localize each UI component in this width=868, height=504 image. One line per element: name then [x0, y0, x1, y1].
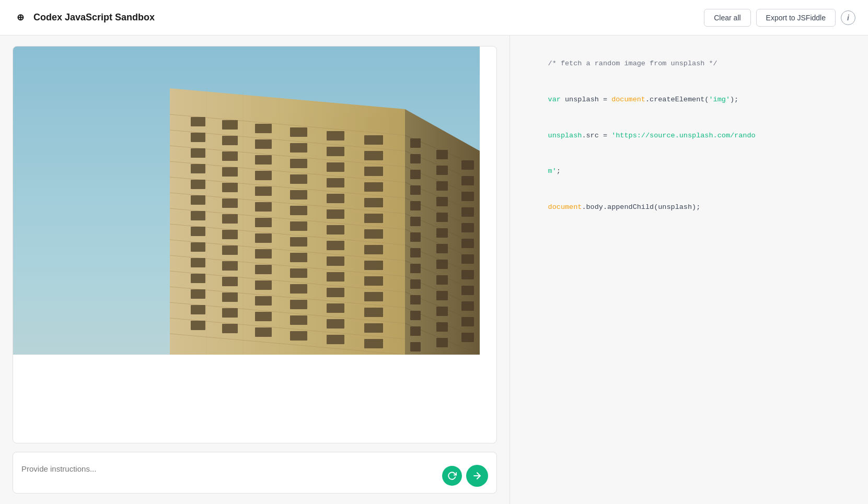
export-jsfiddle-button[interactable]: Export to JSFiddle [756, 9, 836, 27]
svg-rect-120 [410, 201, 421, 210]
svg-rect-77 [327, 162, 344, 172]
svg-rect-145 [461, 192, 474, 201]
instruction-input[interactable] [21, 463, 436, 487]
code-comment-line: /* fetch a random image from unsplash */ [548, 60, 717, 67]
svg-rect-151 [461, 286, 474, 295]
svg-rect-49 [255, 155, 272, 165]
svg-rect-137 [436, 260, 448, 269]
svg-rect-39 [222, 214, 238, 224]
svg-rect-68 [290, 237, 307, 247]
svg-rect-87 [327, 319, 344, 329]
preview-area[interactable] [13, 46, 497, 443]
svg-rect-93 [364, 198, 383, 207]
svg-rect-96 [364, 245, 383, 254]
svg-rect-128 [410, 326, 421, 336]
svg-rect-58 [255, 296, 272, 306]
svg-rect-46 [222, 324, 238, 333]
svg-rect-130 [436, 150, 448, 159]
svg-rect-140 [436, 307, 448, 316]
svg-rect-20 [191, 133, 205, 142]
svg-rect-152 [461, 301, 474, 311]
svg-rect-66 [290, 206, 307, 215]
regenerate-icon [447, 471, 457, 480]
code-appendchild: .body.appendChild(unsplash); [582, 203, 700, 211]
svg-rect-101 [364, 323, 383, 333]
svg-rect-62 [290, 143, 307, 153]
code-document-ref2: document [548, 203, 582, 211]
svg-rect-135 [436, 228, 448, 238]
code-block: /* fetch a random image from unsplash */… [523, 46, 855, 226]
svg-rect-134 [436, 213, 448, 222]
svg-rect-80 [327, 209, 344, 219]
svg-rect-91 [364, 167, 383, 176]
code-document-ref: document [611, 96, 645, 103]
svg-rect-138 [436, 275, 448, 285]
svg-rect-29 [191, 274, 205, 283]
svg-rect-27 [191, 242, 205, 252]
preview-inner [13, 46, 496, 443]
arrow-right-icon [472, 471, 482, 481]
page-title: Codex JavaScript Sandbox [33, 12, 155, 23]
svg-rect-100 [364, 308, 383, 317]
svg-rect-150 [461, 270, 474, 279]
code-img-string: 'img' [709, 96, 730, 103]
svg-rect-38 [222, 198, 238, 208]
code-unsplash-varname: unsplash [548, 132, 582, 139]
svg-rect-73 [290, 315, 307, 325]
svg-rect-53 [255, 218, 272, 227]
building-image [13, 46, 480, 355]
svg-rect-57 [255, 280, 272, 290]
svg-rect-63 [290, 159, 307, 168]
svg-rect-51 [255, 186, 272, 196]
svg-rect-50 [255, 171, 272, 180]
submit-button[interactable] [466, 465, 488, 487]
svg-rect-121 [410, 217, 421, 226]
svg-rect-54 [255, 233, 272, 243]
svg-rect-43 [222, 277, 238, 286]
svg-rect-122 [410, 232, 421, 242]
main-content: /* fetch a random image from unsplash */… [0, 36, 868, 504]
code-src-assign: .src = [582, 132, 611, 139]
svg-rect-85 [327, 288, 344, 297]
svg-rect-75 [327, 131, 344, 140]
code-var-keyword: var [548, 96, 561, 103]
svg-rect-36 [222, 167, 238, 177]
code-createelement: .createElement( [645, 96, 709, 103]
svg-rect-60 [255, 327, 272, 337]
codex-regenerate-button[interactable] [442, 466, 462, 486]
svg-rect-25 [191, 211, 205, 220]
svg-rect-94 [364, 214, 383, 223]
svg-rect-131 [436, 166, 448, 175]
svg-rect-144 [461, 176, 474, 185]
code-url-string-end: m' [548, 167, 557, 175]
svg-rect-123 [410, 248, 421, 257]
svg-rect-81 [327, 225, 344, 235]
svg-rect-33 [222, 120, 238, 130]
svg-rect-79 [327, 194, 344, 203]
svg-rect-59 [255, 312, 272, 321]
svg-rect-44 [222, 292, 238, 302]
svg-rect-69 [290, 253, 307, 262]
svg-rect-153 [461, 317, 474, 326]
svg-rect-90 [364, 151, 383, 160]
svg-rect-116 [410, 138, 421, 148]
code-url-string-start: 'https://source.unsplash.com/rando [611, 132, 755, 139]
svg-rect-34 [222, 136, 238, 145]
left-panel [0, 36, 510, 504]
svg-rect-92 [364, 182, 383, 192]
svg-text:⊕: ⊕ [17, 12, 24, 21]
info-icon[interactable]: i [841, 10, 855, 25]
svg-rect-143 [461, 160, 474, 170]
svg-rect-35 [222, 151, 238, 161]
svg-rect-67 [290, 221, 307, 231]
svg-rect-146 [461, 207, 474, 217]
clear-all-button[interactable]: Clear all [704, 9, 750, 27]
code-semicolon: ; [557, 167, 561, 175]
svg-rect-141 [436, 322, 448, 332]
svg-rect-119 [410, 185, 421, 195]
code-paren-close: ); [730, 96, 738, 103]
svg-rect-102 [364, 339, 383, 348]
svg-rect-124 [410, 264, 421, 273]
svg-rect-136 [436, 244, 448, 253]
svg-rect-30 [191, 289, 205, 299]
